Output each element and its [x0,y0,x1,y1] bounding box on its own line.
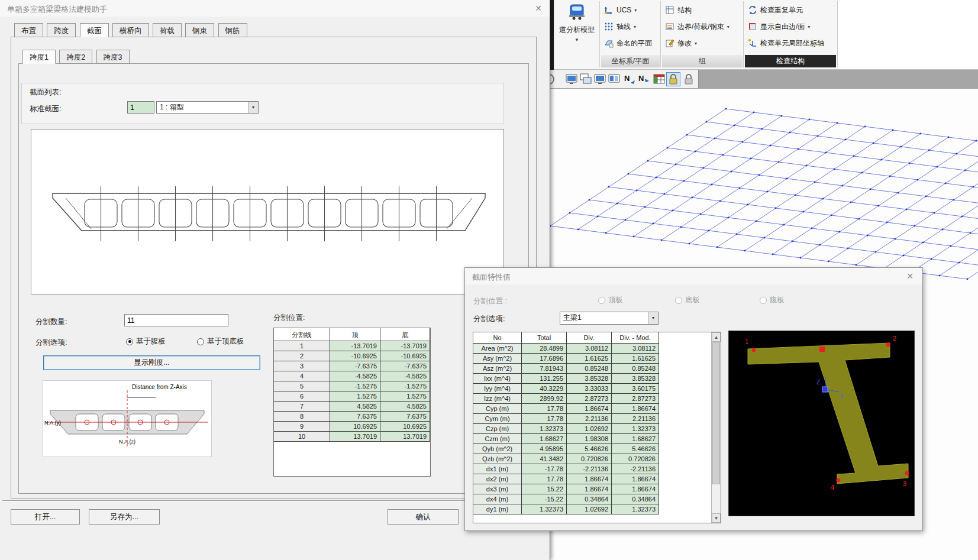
lock-model-icon[interactable] [666,72,680,86]
ribbon-item-label: 显示自由边/面 [760,22,805,32]
window-view-icon[interactable] [564,72,579,86]
display-free-edges-icon [748,22,757,31]
table-row: Izz (m^4) 2899.92 2.87273 2.87273 [473,394,721,404]
axis-y-label: y [840,392,843,399]
section-type-value: 1 : 箱型 [160,103,184,111]
section-type-select[interactable]: 1 : 箱型 ▾ [156,101,259,114]
cell-property-name: Asy (m^2) [473,354,522,364]
tab-span2[interactable]: 跨度2 [59,50,92,64]
cell-div-value: 1.86674 [567,484,612,494]
cell-div-mod-value: 1.32373 [612,424,659,434]
radio-label: 顶板 [608,295,623,305]
circle-tool-icon[interactable] [550,72,560,86]
close-icon[interactable]: ✕ [532,2,545,14]
tab-layout[interactable]: 布置 [14,23,43,37]
cell-div-value: 1.86674 [567,404,612,414]
cell-bottom-value: 1.5275 [380,391,430,402]
girder-section-shape [748,343,908,484]
cell-total-value: 15.22 [522,484,567,494]
scroll-up-icon[interactable]: ▲ [712,332,721,342]
cell-div-mod-value: 0.85248 [612,364,659,374]
table-header-row: 分割线 顶 底 [274,328,430,341]
radio-dot [598,297,605,304]
ribbon-item-boundary-load-tendon[interactable]: 边界/荷载/钢束 ▾ [665,19,730,34]
radio-based-on-top-bottom[interactable]: 基于顶底板 [197,336,244,347]
tab-span3[interactable]: 跨度3 [96,50,130,64]
close-icon[interactable]: ✕ [903,270,916,282]
chevron-down-icon: ▾ [648,312,658,324]
cell-div-mod-value: 1.68627 [612,434,659,444]
tab-rebar[interactable]: 钢筋 [218,23,247,37]
cell-property-name: Ixx (m^4) [473,374,522,384]
train-icon [567,4,587,21]
ribbon-item-label: 修改 [677,38,692,48]
division-option-label: 分割选项: [35,338,67,348]
column-header-bottom: 底 [380,328,430,341]
cell-total-value: 4.95895 [522,444,567,454]
cell-total-value: 41.3482 [522,454,567,464]
ribbon-group-label: 检查结构 [745,55,836,67]
tab-load[interactable]: 荷载 [153,23,182,37]
table-scrollbar[interactable]: ▲ ▼ [711,332,721,523]
tab-tendon[interactable]: 钢束 [185,23,214,37]
confirm-button[interactable]: 确认 [388,509,459,525]
node-number-toggle-icon[interactable]: N [622,72,637,86]
ribbon-item-axis-lines[interactable]: 轴线 ▾ [604,19,636,34]
show-stiffness-button[interactable]: 显示刚度... [43,355,260,370]
table-row: 3 -7.6375 -7.6375 [274,361,430,371]
neutral-axis-drawing: Distance from Z-Axis N.A.(y) N.A.(z) [43,381,211,457]
radio-label: 底板 [685,295,700,305]
section-shape-view[interactable]: 1 2 3 4 Z y [728,331,915,516]
ribbon-item-check-duplicate-elements[interactable]: 检查重复单元 [748,2,803,18]
radio-based-on-web[interactable]: 基于腹板 [126,336,166,347]
ribbon-group-label: 坐标系/平面 [601,55,660,67]
ribbon-separator [837,1,838,67]
cell-top-value: 7.6375 [330,412,380,422]
column-header-no: No [473,332,522,344]
girder-select[interactable]: 主梁1 ▾ [560,312,659,325]
scrollbar-thumb[interactable] [712,342,720,484]
division-option-label: 分割选项: [473,314,505,324]
ribbon-item-label: 轴线 [617,22,631,32]
named-plane-icon [604,38,614,48]
tab-span[interactable]: 跨度 [47,23,76,37]
section-index-input[interactable] [127,101,154,114]
cell-div-mod-value: 5.46626 [612,444,659,454]
tile-windows-icon[interactable] [593,72,607,86]
scroll-down-icon[interactable]: ▼ [712,513,721,523]
cell-property-name: Asz (m^2) [473,364,522,374]
tab-transverse[interactable]: 横桥向 [112,23,149,37]
cascade-windows-icon[interactable] [579,72,593,86]
cell-division-line: 8 [274,412,330,422]
division-count-input[interactable] [124,314,228,326]
cell-div-value: 1.98308 [567,434,612,444]
distance-from-z-axis-label: Distance from Z-Axis [132,384,187,390]
boundary-load-tendon-icon [665,22,674,31]
tab-span1[interactable]: 跨度1 [22,50,56,64]
corner-label-3: 3 [903,480,906,487]
ribbon-item-display-free-edges[interactable]: 显示自由边/面 ▾ [748,19,810,34]
unlock-model-icon[interactable] [682,72,696,86]
cell-div-mod-value: 1.61625 [612,354,659,364]
ribbon-item-structure[interactable]: 结构 [665,2,692,18]
save-as-button[interactable]: 另存为... [89,509,160,525]
table-row: 6 1.5275 1.5275 [274,391,430,402]
cell-total-value: 1.32373 [522,504,567,514]
display-table-icon[interactable] [652,72,666,86]
ribbon-item-ucs[interactable]: UCS ▾ [604,2,637,18]
split-window-icon[interactable] [607,72,621,86]
corner-label-1: 1 [745,338,748,345]
modify-group-icon [665,38,674,48]
cell-div-value: 3.85328 [567,374,612,384]
cell-total-value: 7.81943 [522,364,567,374]
ribbon-item-check-local-axis[interactable]: 检查单元局部坐标轴 [748,35,824,51]
open-button[interactable]: 打开... [11,509,80,525]
cell-div-value: 1.02692 [567,424,612,434]
ribbon-item-modify[interactable]: 修改 ▾ [665,35,697,51]
element-number-toggle-icon[interactable]: N [637,72,651,86]
dialog-title: 截面特性值 [472,272,511,283]
tab-section[interactable]: 截面 [80,23,109,37]
ribbon-item-label: 检查单元局部坐标轴 [760,38,824,48]
ribbon-item-named-plane[interactable]: 命名的平面 [604,35,652,51]
track-analysis-model-button[interactable]: 道分析模型 ▼ [555,1,599,69]
